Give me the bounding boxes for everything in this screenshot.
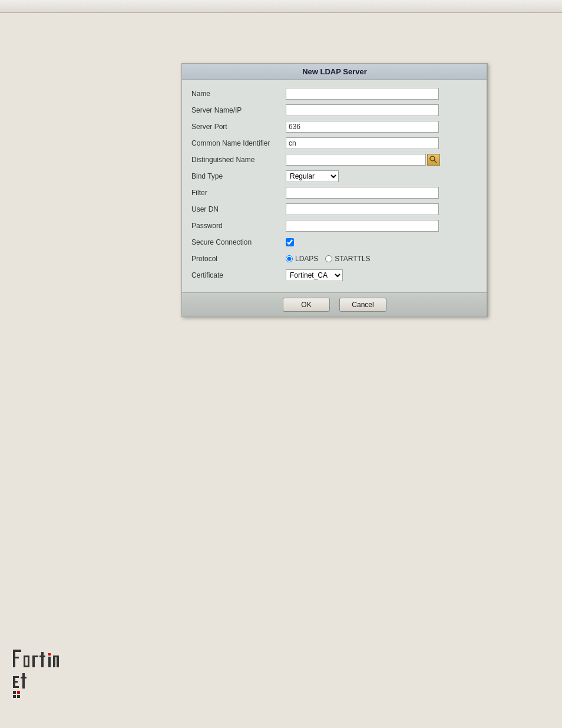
server-port-control: 636	[286, 121, 478, 133]
user-dn-control	[286, 203, 478, 215]
password-input[interactable]	[286, 220, 439, 232]
svg-rect-24	[13, 691, 16, 694]
common-name-identifier-control	[286, 137, 478, 149]
svg-rect-10	[32, 655, 38, 657]
svg-rect-26	[13, 695, 16, 698]
svg-rect-3	[13, 650, 21, 652]
certificate-label: Certificate	[191, 271, 286, 279]
name-control	[286, 88, 478, 100]
protocol-label: Protocol	[191, 255, 286, 263]
svg-rect-4	[13, 657, 19, 658]
starttls-radio[interactable]	[325, 255, 332, 262]
ok-button[interactable]: OK	[283, 298, 330, 312]
svg-rect-25	[17, 691, 20, 694]
user-dn-row: User DN	[191, 203, 478, 216]
server-port-row: Server Port 636	[191, 120, 478, 133]
user-dn-input[interactable]	[286, 203, 439, 215]
server-name-ip-input[interactable]	[286, 104, 439, 116]
secure-connection-label: Secure Connection	[191, 238, 286, 246]
filter-label: Filter	[191, 189, 286, 197]
protocol-row: Protocol LDAPS STARTTLS	[191, 252, 478, 265]
distinguished-name-row: Distinguished Name	[191, 153, 478, 166]
distinguished-name-control	[286, 154, 478, 166]
svg-rect-21	[13, 686, 19, 688]
filter-input[interactable]	[286, 187, 439, 199]
server-port-label: Server Port	[191, 123, 286, 131]
svg-rect-17	[57, 655, 59, 667]
query-button[interactable]	[427, 154, 440, 166]
secure-connection-checkbox[interactable]	[286, 238, 294, 246]
divider	[487, 64, 487, 317]
svg-rect-20	[13, 681, 18, 683]
common-name-identifier-input[interactable]	[286, 137, 439, 149]
password-control	[286, 220, 478, 232]
ldaps-radio[interactable]	[286, 255, 293, 262]
password-row: Password	[191, 219, 478, 232]
svg-point-0	[430, 156, 435, 161]
svg-rect-7	[24, 655, 25, 667]
secure-connection-control	[286, 238, 478, 246]
common-name-identifier-row: Common Name Identifier	[191, 137, 478, 150]
fortinet-logo-svg	[12, 644, 65, 703]
top-bar	[0, 0, 562, 13]
svg-rect-14	[48, 653, 51, 655]
svg-rect-23	[21, 677, 27, 678]
server-name-ip-label: Server Name/IP	[191, 106, 286, 114]
server-name-ip-row: Server Name/IP	[191, 104, 478, 117]
server-name-ip-control	[286, 104, 478, 116]
common-name-identifier-label: Common Name Identifier	[191, 139, 286, 147]
bind-type-select[interactable]: Regular Anonymous Simple	[286, 170, 339, 182]
dialog-title-text: New LDAP Server	[302, 67, 367, 76]
user-dn-label: User DN	[191, 205, 286, 213]
svg-rect-19	[13, 676, 19, 678]
protocol-control: LDAPS STARTTLS	[286, 255, 478, 263]
svg-rect-8	[28, 655, 29, 667]
protocol-radio-group: LDAPS STARTTLS	[286, 255, 371, 263]
name-input[interactable]	[286, 88, 439, 100]
certificate-select[interactable]: Fortinet_CA Fortinet_CA2	[286, 269, 343, 281]
password-label: Password	[191, 222, 286, 230]
query-icon	[429, 156, 438, 164]
filter-row: Filter	[191, 186, 478, 199]
distinguished-name-label: Distinguished Name	[191, 156, 286, 164]
svg-rect-13	[48, 657, 51, 667]
bind-type-control: Regular Anonymous Simple	[286, 170, 478, 182]
name-label: Name	[191, 90, 286, 98]
distinguished-name-input[interactable]	[286, 154, 426, 166]
svg-rect-11	[41, 652, 44, 667]
bind-type-row: Bind Type Regular Anonymous Simple	[191, 170, 478, 183]
dialog-footer: OK Cancel	[182, 292, 487, 317]
server-port-input[interactable]: 636	[286, 121, 439, 133]
new-ldap-server-dialog: New LDAP Server Name Server Name/IP	[181, 63, 488, 317]
ldaps-radio-item: LDAPS	[286, 255, 318, 263]
svg-rect-12	[39, 655, 45, 657]
secure-connection-row: Secure Connection	[191, 236, 478, 249]
certificate-row: Certificate Fortinet_CA Fortinet_CA2	[191, 269, 478, 282]
svg-rect-22	[22, 673, 25, 689]
cancel-button[interactable]: Cancel	[339, 298, 386, 312]
ldaps-label: LDAPS	[295, 255, 318, 263]
name-row: Name	[191, 87, 478, 100]
svg-line-1	[434, 160, 437, 163]
main-content: New LDAP Server Name Server Name/IP	[0, 13, 562, 728]
starttls-radio-item: STARTTLS	[325, 255, 370, 263]
dialog-body: Name Server Name/IP Server Port 636	[182, 80, 487, 292]
starttls-label: STARTTLS	[335, 255, 370, 263]
bind-type-label: Bind Type	[191, 172, 286, 180]
svg-rect-27	[17, 695, 20, 698]
logo-area	[12, 644, 65, 704]
dialog-title: New LDAP Server	[182, 64, 487, 80]
filter-control	[286, 187, 478, 199]
certificate-control: Fortinet_CA Fortinet_CA2	[286, 269, 478, 281]
